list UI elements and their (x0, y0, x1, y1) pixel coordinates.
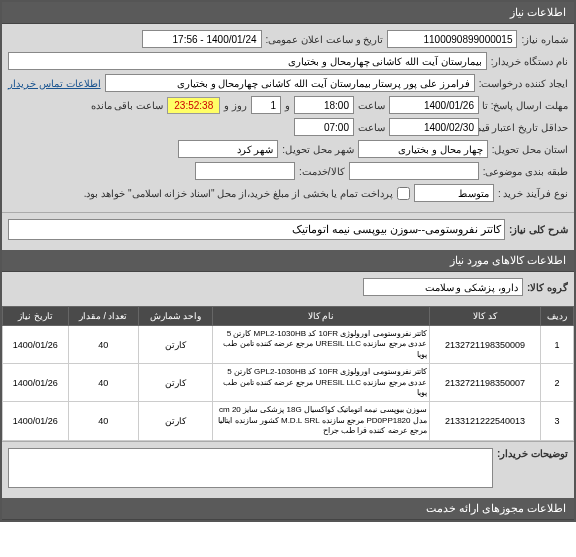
process-value: متوسط (414, 184, 494, 202)
group-value: دارو، پزشکی و سلامت (363, 278, 523, 296)
col-row: ردیف (541, 307, 574, 326)
countdown-timer: 23:52:38 (167, 97, 220, 114)
cell-date: 1400/01/26 (3, 402, 69, 440)
city-label: شهر محل تحویل: (282, 144, 353, 155)
creator-value: فرامرز علی پور پرستار بیمارستان آیت الله… (105, 74, 475, 92)
deadline-time-label: ساعت (358, 100, 385, 111)
deadline-date: 1400/01/26 (389, 96, 479, 114)
cell-code: 2132721198350007 (429, 364, 541, 402)
cell-name: سوزن بیوپسی نیمه اتوماتیک کواکسیال 18G پ… (212, 402, 429, 440)
province-label: استان محل تحویل: (492, 144, 568, 155)
buyer-label: نام دستگاه خریدار: (491, 56, 568, 67)
public-time-label: تاریخ و ساعت اعلان عمومی: (266, 34, 384, 45)
public-time-value: 1400/01/24 - 17:56 (142, 30, 262, 48)
cell-qty: 40 (68, 326, 138, 364)
buyer-desc-label: توضیحات خریدار: (497, 448, 568, 459)
cell-name: کاتتر نفروستومی اورولوژی 10FR کد GPL2-10… (212, 364, 429, 402)
cell-unit: کارتن (138, 402, 212, 440)
city-value: شهر کرد (178, 140, 278, 158)
price-valid-time-label: ساعت (358, 122, 385, 133)
payment-note: پرداخت تمام یا بخشی از مبلغ خرید،از محل … (84, 188, 393, 199)
price-valid-date: 1400/02/30 (389, 118, 479, 136)
niaz-no-label: شماره نیاز: (521, 34, 568, 45)
cell-unit: کارتن (138, 326, 212, 364)
budget-value (349, 162, 479, 180)
buyer-value: بیمارستان آیت الله کاشانی چهارمحال و بخت… (8, 52, 487, 70)
table-row: 12132721198350009کاتتر نفروستومی اورولوژ… (3, 326, 574, 364)
cell-idx: 2 (541, 364, 574, 402)
process-label: نوع فرآیند خرید : (498, 188, 568, 199)
section-header-permits: اطلاعات مجوزهای ارائه خدمت (2, 498, 574, 520)
remaining-label: ساعت باقی مانده (91, 100, 164, 111)
col-name: نام کالا (212, 307, 429, 326)
cell-date: 1400/01/26 (3, 326, 69, 364)
goods-table: ردیف کد کالا نام کالا واحد شمارش تعداد /… (2, 306, 574, 441)
province-value: چهار محال و بختیاری (358, 140, 488, 158)
col-date: تاریخ نیاز (3, 307, 69, 326)
service-label: کالا/خدمت: (299, 166, 345, 177)
days-value: 1 (251, 96, 281, 114)
cell-qty: 40 (68, 364, 138, 402)
price-valid-time: 07:00 (294, 118, 354, 136)
cell-unit: کارتن (138, 364, 212, 402)
table-row: 22132721198350007کاتتر نفروستومی اورولوژ… (3, 364, 574, 402)
cell-idx: 3 (541, 402, 574, 440)
col-unit: واحد شمارش (138, 307, 212, 326)
cell-code: 2133121222540013 (429, 402, 541, 440)
col-qty: تعداد / مقدار (68, 307, 138, 326)
price-valid-label: حداقل تاریخ اعتبار قیمت: تا تاریخ: (483, 122, 568, 133)
day-unit: روز و (224, 100, 247, 111)
col-code: کد کالا (429, 307, 541, 326)
deadline-label: مهلت ارسال پاسخ: تا تاریخ: (483, 100, 568, 111)
cell-code: 2132721198350009 (429, 326, 541, 364)
desc-title-label: شرح کلی نیاز: (509, 224, 568, 235)
treasury-checkbox[interactable] (397, 187, 410, 200)
desc-title-value: کاتتر نفروستومی--سوزن بیوپسی نیمه اتومات… (8, 219, 505, 240)
deadline-time: 18:00 (294, 96, 354, 114)
cell-qty: 40 (68, 402, 138, 440)
buyer-desc-value (8, 448, 493, 488)
cell-date: 1400/01/26 (3, 364, 69, 402)
section-header-need-info: اطلاعات نیاز (2, 2, 574, 24)
day-and: و (285, 100, 290, 111)
group-label: گروه کالا: (527, 282, 568, 293)
section-header-goods: اطلاعات کالاهای مورد نیاز (2, 250, 574, 272)
cell-idx: 1 (541, 326, 574, 364)
cell-name: کاتتر نفروستومی اورولوژی 10FR کد MPL2-10… (212, 326, 429, 364)
budget-label: طبقه بندی موضوعی: (483, 166, 568, 177)
niaz-no-value: 1100090899000015 (387, 30, 517, 48)
service-value (195, 162, 295, 180)
creator-label: ایجاد کننده درخواست: (479, 78, 568, 89)
buyer-contact-link[interactable]: اطلاعات تماس خریدار (8, 78, 101, 89)
table-row: 32133121222540013سوزن بیوپسی نیمه اتومات… (3, 402, 574, 440)
